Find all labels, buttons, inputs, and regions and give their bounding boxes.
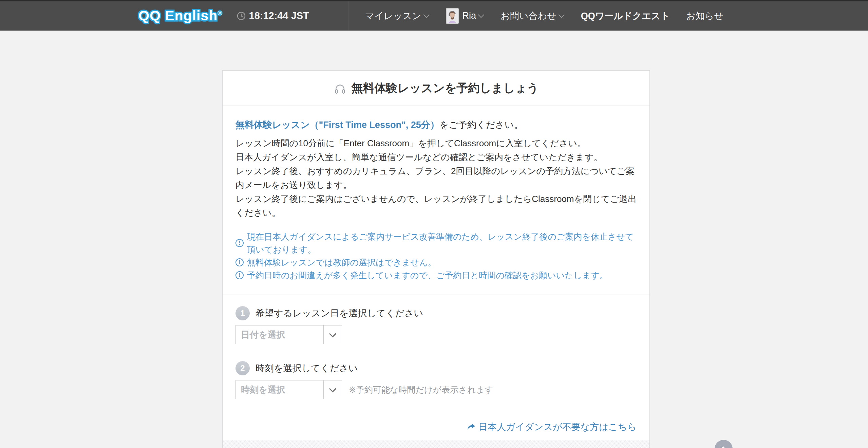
instruction-paragraph: レッスン終了後にご案内はございませんので、レッスンが終了しましたらClassro…: [235, 192, 637, 220]
date-select-arrow[interactable]: [323, 325, 342, 344]
nav-label: お知らせ: [686, 10, 723, 22]
chevron-down-icon: [478, 12, 484, 18]
chevron-down-icon: [329, 330, 336, 337]
skip-link-text: 日本人ガイダンスが不要な方はこちら: [478, 421, 637, 433]
page-title: 無料体験レッスンを予約しましょう: [352, 80, 539, 96]
time-select-placeholder: 時刻を選択: [236, 380, 323, 399]
nav-divider: [348, 1, 349, 30]
step-number-badge: 1: [235, 306, 250, 320]
notice-list: ! 現在日本人ガイダンスによるご案内サービス改善準備のため、レッスン終了後のご案…: [235, 230, 637, 282]
step-label: 時刻を選択してください: [256, 362, 358, 374]
steps-section: 1 希望するレッスン日を選択してください 日付を選択 2 時刻を選択してください: [223, 295, 649, 440]
step-number-badge: 2: [235, 361, 250, 375]
nav-item-my-lessons[interactable]: マイレッスン: [365, 10, 430, 22]
info-icon: !: [235, 239, 244, 247]
notice-text: 予約日時のお間違えが多く発生していますので、ご予約日と時間の確認をお願いいたしま…: [247, 269, 608, 282]
nav-item-qq-world-quest[interactable]: QQワールドクエスト: [581, 10, 670, 22]
headphones-icon: [334, 82, 346, 95]
nav-item-contact[interactable]: お問い合わせ: [501, 10, 565, 22]
avatar: [446, 8, 459, 24]
date-select[interactable]: 日付を選択: [235, 325, 342, 344]
server-clock: 18:12:44 JST: [237, 10, 309, 21]
intro-rest: をご予約ください。: [439, 120, 523, 130]
chevron-up-icon: [720, 446, 726, 448]
nav-label: QQワールドクエスト: [581, 10, 670, 22]
clock-time: 18:12:44 JST: [249, 10, 309, 21]
notice-item: ! 予約日時のお間違えが多く発生していますので、ご予約日と時間の確認をお願いいた…: [235, 269, 637, 282]
skip-guidance-link[interactable]: 日本人ガイダンスが不要な方はこちら: [235, 421, 637, 433]
step-time: 2 時刻を選択してください 時刻を選択 ※予約可能な時間だけが表示されます: [235, 361, 637, 399]
chevron-down-icon: [558, 12, 564, 18]
instruction-paragraph: 日本人ガイダンスが入室し、簡単な通信ツールなどの確認とご案内をさせていただきます…: [235, 150, 637, 164]
notice-text: 現在日本人ガイダンスによるご案内サービス改善準備のため、レッスン終了後のご案内を…: [247, 230, 637, 256]
qq-english-logo[interactable]: QQ English®: [138, 8, 223, 24]
info-icon: !: [235, 258, 244, 266]
notice-item: ! 現在日本人ガイダンスによるご案内サービス改善準備のため、レッスン終了後のご案…: [235, 230, 637, 256]
instruction-paragraph: レッスン終了後、おすすめのカリキュラム、プラン、2回目以降のレッスンの予約方法に…: [235, 164, 637, 192]
step-header: 1 希望するレッスン日を選択してください: [235, 306, 637, 320]
booking-card: 無料体験レッスンを予約しましょう 無料体験レッスン（"First Time Le…: [222, 70, 650, 448]
instruction-paragraph: レッスン時間の10分前に「Enter Classroom」を押してClassro…: [235, 136, 637, 150]
step-date: 1 希望するレッスン日を選択してください 日付を選択: [235, 306, 637, 344]
page: QQ English® 18:12:44 JST マイレッスン: [0, 0, 868, 448]
chevron-down-icon: [423, 12, 429, 18]
time-select[interactable]: 時刻を選択: [235, 380, 342, 399]
notice-text: 無料体験レッスンでは教師の選択はできません。: [247, 256, 436, 269]
clock-icon: [237, 12, 246, 20]
top-navbar: QQ English® 18:12:44 JST マイレッスン: [0, 0, 868, 31]
info-icon: !: [235, 271, 244, 279]
card-footer: 無料体験レッスンを予約する: [223, 440, 649, 448]
time-select-arrow[interactable]: [323, 380, 342, 399]
info-section: 無料体験レッスン（"First Time Lesson", 25分）をご予約くだ…: [223, 106, 649, 295]
intro-highlight: 無料体験レッスン（"First Time Lesson", 25分）: [235, 120, 439, 130]
notice-item: ! 無料体験レッスンでは教師の選択はできません。: [235, 256, 637, 269]
logo-registered-mark: ®: [218, 10, 222, 17]
nav-item-account[interactable]: Ria: [446, 8, 485, 24]
chevron-down-icon: [329, 385, 336, 392]
main-nav: マイレッスン Ria: [348, 1, 723, 30]
intro-line: 無料体験レッスン（"First Time Lesson", 25分）をご予約くだ…: [235, 119, 637, 131]
nav-label: お問い合わせ: [501, 10, 556, 22]
nav-label: マイレッスン: [365, 10, 421, 22]
date-select-placeholder: 日付を選択: [236, 325, 323, 344]
step-header: 2 時刻を選択してください: [235, 361, 637, 375]
card-title-row: 無料体験レッスンを予約しましょう: [223, 71, 649, 106]
time-availability-note: ※予約可能な時間だけが表示されます: [349, 384, 493, 395]
nav-label-username: Ria: [463, 11, 476, 21]
instructions: レッスン時間の10分前に「Enter Classroom」を押してClassro…: [235, 136, 637, 220]
nav-item-news[interactable]: お知らせ: [686, 10, 723, 22]
redo-arrow-icon: [467, 423, 476, 432]
logo-text: QQ English: [138, 8, 218, 23]
step-label: 希望するレッスン日を選択してください: [256, 307, 423, 319]
scroll-to-top-button[interactable]: [715, 440, 733, 448]
